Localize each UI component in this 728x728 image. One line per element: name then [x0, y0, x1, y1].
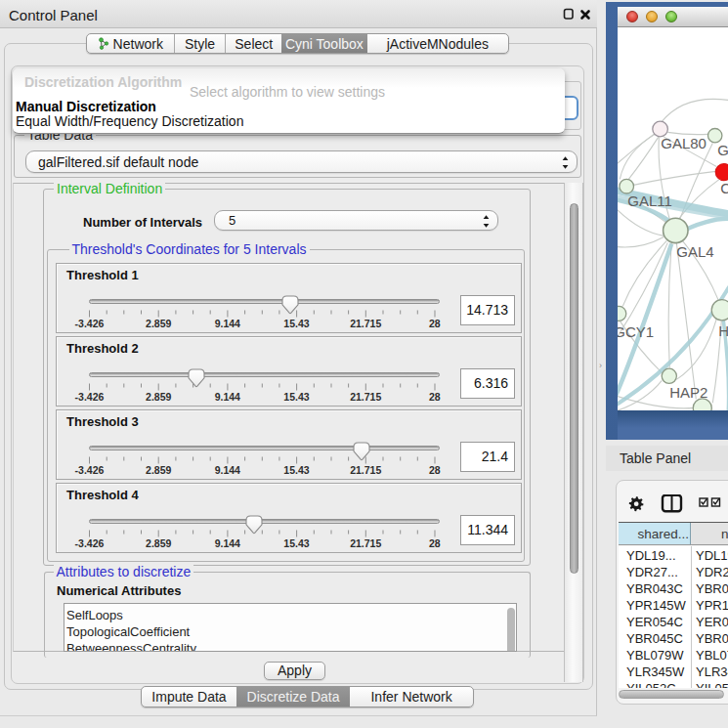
svg-text:H: H — [718, 322, 728, 339]
svg-text:GAL4: GAL4 — [676, 243, 713, 260]
svg-text:GCY1: GCY1 — [618, 323, 654, 340]
svg-text:GAL80: GAL80 — [661, 135, 707, 151]
svg-text:GAL11: GAL11 — [627, 193, 672, 209]
svg-text:HAP2: HAP2 — [669, 384, 707, 401]
svg-text:GA: GA — [717, 142, 728, 158]
svg-text:C: C — [720, 180, 728, 196]
